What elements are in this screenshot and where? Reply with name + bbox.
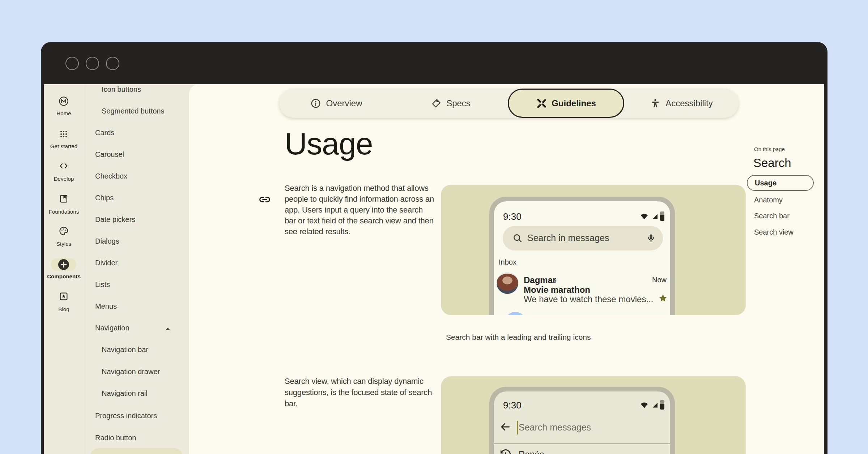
info-icon [310, 98, 321, 109]
mic-icon [646, 233, 656, 244]
body-paragraph-line: Search view, which can display dynamic [285, 376, 424, 387]
phone-screen: 9:30 Search messages Renée [494, 391, 670, 454]
history-icon [499, 449, 512, 454]
page-title: Usage [285, 126, 373, 162]
sidebar-item-checkbox[interactable]: Checkbox [95, 172, 127, 180]
sidebar-item-get-started[interactable]: Get started [44, 143, 84, 149]
accessibility-person-icon [650, 98, 661, 109]
demo-card-search-view: 9:30 Search messages Renée [441, 376, 746, 454]
page-tabs: Overview Specs Guidelines Accessibility [279, 89, 739, 118]
plus-icon [58, 259, 69, 270]
sidebar-item-segmented-buttons[interactable]: Segmented buttons [102, 107, 164, 115]
sidebar-item-radio-button[interactable]: Radio button [95, 434, 136, 442]
toc-item-usage-selected[interactable]: Usage [747, 175, 814, 191]
sidebar-item-cards[interactable]: Cards [95, 129, 114, 137]
sidebar-item-styles[interactable]: Styles [44, 241, 84, 247]
sidebar-item-date-pickers[interactable]: Date pickers [95, 215, 135, 223]
avatar [505, 312, 526, 315]
sidebar-item-foundations[interactable]: Foundations [44, 209, 84, 215]
sidebar-item-dialogs[interactable]: Dialogs [95, 237, 119, 245]
window-control-icon[interactable] [106, 57, 119, 70]
sidebar-item-search-selected[interactable] [90, 448, 183, 454]
message-sender: Dagmar [524, 275, 556, 285]
sidebar-item-blog[interactable]: Blog [44, 306, 84, 312]
search-icon [512, 233, 523, 244]
message-subject: Movie marathon [524, 285, 590, 295]
status-time: 9:30 [503, 211, 522, 222]
body-paragraph-line: suggestions, is the focused state of sea… [285, 387, 432, 398]
sidebar-item-divider[interactable]: Divider [95, 259, 118, 267]
wifi-icon [640, 211, 649, 221]
toc-item-search-view[interactable]: Search view [754, 228, 793, 236]
guidelines-tools-icon [536, 98, 547, 109]
specs-ruler-icon [431, 98, 442, 109]
window-control-icon[interactable] [86, 57, 99, 70]
back-arrow-icon [499, 421, 511, 433]
body-paragraph-line: people to quickly find information acros… [285, 194, 434, 205]
battery-icon [660, 400, 664, 410]
body-paragraph-line: see related results. [285, 226, 350, 237]
sidebar-item-progress-indicators[interactable]: Progress indicators [95, 412, 157, 420]
sidebar-item-icon-buttons[interactable]: Icon buttons [102, 85, 141, 93]
status-icons [640, 211, 664, 221]
inbox-section-label: Inbox [499, 258, 516, 266]
figure-caption: Search bar with a leading and trailing i… [446, 333, 591, 342]
tab-overview[interactable]: Overview [279, 89, 393, 118]
tab-specs[interactable]: Specs [393, 89, 508, 118]
demo-search-bar: Search in messages [503, 226, 663, 250]
sidebar-item-develop[interactable]: Develop [44, 176, 84, 182]
wifi-icon [640, 400, 649, 410]
sidebar-item-navigation-bar[interactable]: Navigation bar [102, 346, 148, 354]
toc-kicker: On this page [754, 146, 785, 152]
chevron-up-icon[interactable] [163, 325, 172, 333]
sidebar-item-chips[interactable]: Chips [95, 194, 114, 202]
avatar [497, 272, 518, 294]
book-icon[interactable] [59, 194, 69, 204]
window-control-icon[interactable] [65, 57, 79, 70]
divider-line [494, 444, 670, 444]
blog-star-icon[interactable] [59, 291, 69, 301]
signal-icon [650, 212, 659, 220]
sidebar-item-navigation-drawer[interactable]: Navigation drawer [102, 368, 160, 376]
message-time: Now [652, 276, 667, 284]
sidebar-item-menus[interactable]: Menus [95, 302, 117, 310]
body-paragraph-line: app. Users input a query into the search [285, 205, 423, 215]
search-placeholder: Search in messages [527, 233, 609, 243]
material-logo-icon[interactable] [59, 96, 69, 106]
demo-card-search-bar: 9:30 Search in messages Inbox Dagmar 5 N… [441, 185, 746, 315]
star-icon [658, 293, 668, 303]
tab-accessibility[interactable]: Accessibility [624, 89, 739, 118]
body-paragraph-line: bar or text field of the search view and… [285, 215, 434, 226]
toc-title: Search [753, 156, 791, 170]
sidebar-item-navigation[interactable]: Navigation [95, 324, 129, 332]
tab-guidelines[interactable]: Guidelines [508, 89, 624, 118]
apps-grid-icon[interactable] [59, 129, 69, 139]
palette-icon[interactable] [59, 226, 69, 236]
signal-icon [650, 401, 659, 409]
text-cursor [517, 421, 518, 434]
code-brackets-icon[interactable] [59, 161, 69, 171]
message-preview: We have to watch these movies... [524, 294, 653, 304]
sidebar-item-components[interactable]: Components [44, 273, 84, 279]
suggestion-name: Renée [519, 449, 544, 454]
anchor-link-icon[interactable] [258, 193, 271, 206]
sidebar-item-home[interactable]: Home [44, 110, 84, 116]
search-view-placeholder: Search messages [519, 422, 591, 433]
phone-mockup: 9:30 Search in messages Inbox Dagmar 5 N… [489, 197, 675, 315]
sidebar-item-lists[interactable]: Lists [95, 280, 110, 288]
status-icons [640, 400, 664, 410]
body-paragraph-line: bar. [285, 398, 298, 409]
rail-divider [84, 84, 84, 454]
screenshot-stage: Home Get started Develop Foundations Sty… [0, 0, 868, 454]
battery-icon [660, 211, 664, 221]
body-paragraph-line: Search is a navigation method that allow… [285, 183, 429, 194]
message-count: 5 [553, 277, 557, 284]
toc-item-search-bar[interactable]: Search bar [754, 212, 790, 220]
status-time: 9:30 [503, 400, 522, 411]
phone-mockup: 9:30 Search messages Renée [489, 387, 675, 454]
toc-item-anatomy[interactable]: Anatomy [754, 196, 783, 204]
sidebar-item-carousel[interactable]: Carousel [95, 150, 124, 158]
phone-screen: 9:30 Search in messages Inbox Dagmar 5 N… [494, 201, 670, 315]
sidebar-item-navigation-rail[interactable]: Navigation rail [102, 389, 148, 397]
